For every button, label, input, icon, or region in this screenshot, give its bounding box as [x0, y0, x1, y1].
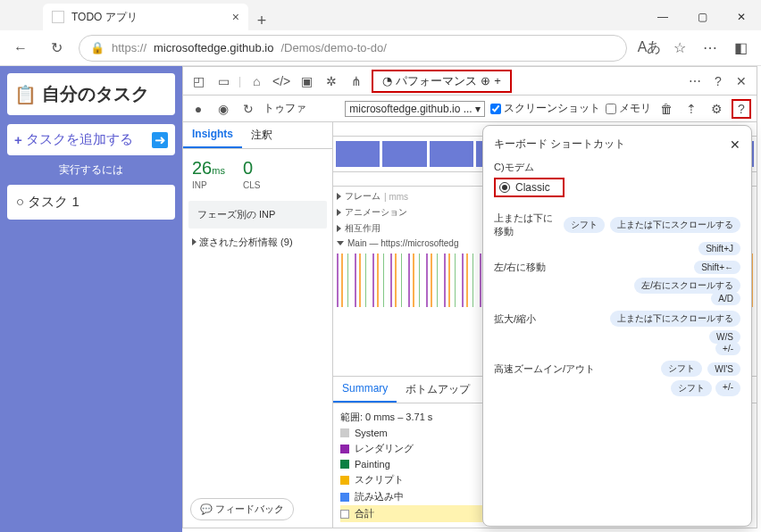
perf-badge: ⊕: [481, 74, 490, 87]
menu-icon[interactable]: ⋯: [697, 35, 723, 62]
target-select[interactable]: microsoftedge.github.io ... ▾: [345, 101, 485, 117]
favorite-icon[interactable]: ☆: [666, 35, 693, 62]
app-header: 📋 自分のタスク: [7, 73, 175, 115]
radio-icon: [499, 182, 510, 193]
bottomup-tab[interactable]: ボトムアップ: [397, 377, 479, 403]
shortcut-row-zoom: 拡大/縮小 上または下にスクロールする: [494, 311, 740, 327]
record-icon[interactable]: ●: [188, 99, 208, 119]
summary-tab[interactable]: Summary: [333, 377, 397, 403]
add-task-label: タスクを追加する: [26, 131, 133, 148]
device-icon[interactable]: ▭: [213, 71, 233, 91]
clipboard-icon: 📋: [14, 84, 37, 105]
task-item[interactable]: ○ タスク 1: [7, 185, 175, 220]
console-icon[interactable]: ▣: [297, 71, 316, 91]
new-tab-button[interactable]: +: [248, 12, 275, 30]
inp-phase-row[interactable]: フェーズ別の INP: [188, 201, 327, 229]
elements-icon[interactable]: </>: [272, 71, 291, 91]
passed-insights[interactable]: 渡された分析情報 (9): [183, 230, 332, 254]
perf-label: パフォーマンス: [396, 73, 477, 89]
submit-icon[interactable]: ➜: [152, 132, 168, 148]
tab-close-icon[interactable]: ×: [232, 10, 239, 24]
classic-label: Classic: [515, 181, 550, 194]
modem-label: C)モデム: [494, 161, 740, 174]
address-bar: ← ↻ 🔒 https://microsoftedge.github.io/De…: [0, 30, 761, 66]
back-button[interactable]: ←: [7, 35, 34, 62]
tab-favicon: [52, 11, 64, 23]
shortcuts-popup: キーボード ショートカット ✕ C)モデム Classic 上または下に移動 シ…: [482, 125, 752, 527]
settings-icon[interactable]: ⚙: [707, 99, 726, 119]
network-icon[interactable]: ⋔: [347, 71, 366, 91]
reload-record-icon[interactable]: ↻: [238, 99, 258, 119]
screenshot-checkbox[interactable]: スクリーンショット: [490, 101, 600, 116]
inspect-icon[interactable]: ◰: [188, 71, 208, 91]
maximize-button[interactable]: ▢: [682, 4, 722, 30]
task-label: タスク 1: [28, 194, 79, 209]
shortcut-row-horiz: 左/右に移動 Shift+←: [494, 261, 740, 274]
perf-icon: ◔: [382, 74, 392, 87]
performance-tab[interactable]: ◔ パフォーマンス ⊕ +: [372, 70, 512, 93]
stop-icon[interactable]: ◉: [213, 99, 233, 119]
popup-close-icon[interactable]: ✕: [730, 137, 740, 152]
upload-icon[interactable]: ⇡: [682, 99, 701, 119]
app-title: 自分のタスク: [42, 82, 149, 106]
welcome-icon[interactable]: ⌂: [247, 71, 266, 91]
sidebar-icon[interactable]: ◧: [727, 35, 754, 62]
insights-tab[interactable]: Insights: [183, 122, 242, 148]
window-controls: — ▢ ✕: [643, 4, 761, 30]
help-icon-outer[interactable]: ?: [708, 71, 728, 91]
insights-pane: Insights 注釈 26ms INP 0 CLS フェーズ別の INP 渡さ…: [183, 122, 333, 528]
window-titlebar: TODO アプリ × + — ▢ ✕: [0, 0, 761, 30]
perf-toolbar: ● ◉ ↻ トゥファ microsoftedge.github.io ... ▾…: [183, 96, 757, 122]
shortcut-row-fastzoom: 高速ズームイン/アウト シフト WI'S: [494, 361, 740, 377]
browser-tab[interactable]: TODO アプリ ×: [43, 4, 248, 30]
inp-metric: 26ms INP: [192, 158, 225, 190]
lock-icon: 🔒: [90, 41, 105, 54]
reading-mode-icon[interactable]: Aあ: [636, 35, 663, 62]
annotations-tab[interactable]: 注釈: [242, 122, 281, 148]
task-radio[interactable]: ○: [16, 194, 24, 209]
add-task-button[interactable]: + タスクを追加する ➜: [7, 124, 175, 155]
todo-app: 📋 自分のタスク + タスクを追加する ➜ 実行するには ○ タスク 1: [0, 66, 182, 532]
classic-radio[interactable]: Classic: [494, 178, 564, 197]
devtools-tabbar: ◰ ▭ | ⌂ </> ▣ ✲ ⋔ ◔ パフォーマンス ⊕ + ⋯ ? ✕: [183, 67, 757, 96]
more-tools-icon[interactable]: ⋯: [685, 71, 705, 91]
trash-icon[interactable]: 🗑: [656, 99, 676, 119]
shortcut-row-vert: 上または下に移動 シフト 上または下にスクロールする: [494, 212, 740, 238]
memory-checkbox[interactable]: メモリ: [606, 101, 651, 116]
devtools-close-icon[interactable]: ✕: [732, 71, 751, 91]
throttle-label[interactable]: トゥファ: [263, 101, 306, 116]
url-prefix: https://: [112, 41, 146, 54]
close-button[interactable]: ✕: [722, 4, 761, 30]
section-label: 実行するには: [7, 162, 175, 178]
chat-icon: 💬: [200, 503, 213, 514]
cls-metric: 0 CLS: [243, 158, 260, 190]
url-field[interactable]: 🔒 https://microsoftedge.github.io/Demos/…: [79, 35, 627, 62]
shortcuts-help-icon[interactable]: ?: [732, 99, 751, 119]
url-host: microsoftedge.github.io: [154, 41, 273, 54]
sources-icon[interactable]: ✲: [322, 71, 341, 91]
refresh-button[interactable]: ↻: [43, 35, 70, 62]
minimize-button[interactable]: —: [643, 4, 682, 30]
feedback-button[interactable]: 💬 フィードバック: [190, 498, 294, 520]
popup-title: キーボード ショートカット: [494, 137, 625, 152]
tab-title: TODO アプリ: [71, 10, 138, 25]
url-path: /Demos/demo-to-do/: [280, 41, 387, 54]
perf-plus[interactable]: +: [494, 74, 501, 87]
